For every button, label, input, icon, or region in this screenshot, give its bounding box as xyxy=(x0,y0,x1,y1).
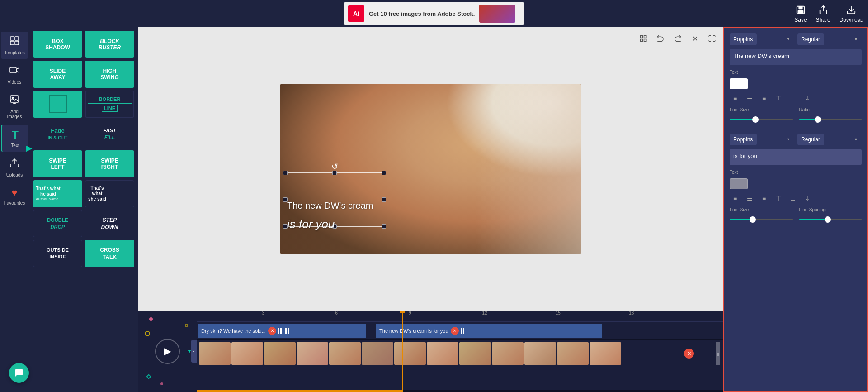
download-label: Download xyxy=(840,17,863,23)
template-swipe-left[interactable]: SWIPELEFT xyxy=(33,150,82,177)
redo-button[interactable] xyxy=(671,32,684,45)
align-row-2: ≡ ☰ ≡ ⊤ ⊥ ↧ xyxy=(730,193,862,204)
video-strip-delete[interactable]: ✕ xyxy=(684,349,694,359)
canvas-video[interactable]: ↺ The new DW's cream is for you xyxy=(280,84,581,254)
font-style-select-1[interactable]: Regular xyxy=(797,33,824,45)
text-input-2[interactable]: is for you xyxy=(730,149,862,165)
adobe-banner-wrapper[interactable]: Ai Get 10 free images from Adobe Stock. xyxy=(344,2,524,25)
deco-dot-pink2 xyxy=(160,382,163,385)
timeline-ruler: 3 6 9 12 15 18 xyxy=(197,311,723,322)
fullscreen-button[interactable] xyxy=(705,32,719,45)
share-button[interactable]: Share xyxy=(816,5,830,23)
template-slide-away[interactable]: SLIDEAWAY xyxy=(33,61,82,88)
template-high-swing[interactable]: HIGHSWING xyxy=(85,61,134,88)
audio-segment-2-delete[interactable]: ✕ xyxy=(451,327,459,335)
undo-button[interactable] xyxy=(654,32,667,45)
font-style-wrapper-2: Regular xyxy=(797,134,862,145)
template-step-down[interactable]: STEP DOWN xyxy=(85,210,134,237)
video-thumb-3 xyxy=(264,342,296,365)
line-spacing-slider[interactable] xyxy=(799,219,862,220)
audio-pause-2[interactable] xyxy=(461,328,464,334)
template-thats-what-he-said[interactable]: That's whathe said Author Name xyxy=(33,180,82,207)
align-center-2[interactable]: ☰ xyxy=(744,193,755,204)
video-strip-end-handle[interactable]: || xyxy=(716,342,720,365)
align-center-1[interactable]: ☰ xyxy=(744,93,755,104)
handle-top-middle[interactable] xyxy=(332,171,337,175)
sidebar-item-add-images[interactable]: Add Images xyxy=(1,91,28,123)
font-style-select-2[interactable]: Regular xyxy=(797,134,824,145)
font-family-select-1[interactable]: Poppins xyxy=(730,33,757,45)
ratio-slider-1[interactable] xyxy=(799,119,862,120)
playhead[interactable] xyxy=(402,311,403,392)
download-button[interactable]: Download xyxy=(840,5,863,23)
sidebar-item-uploads[interactable]: Uploads xyxy=(1,154,28,181)
template-fade-in-out[interactable]: Fade IN & OUT xyxy=(33,120,82,148)
handle-top-right[interactable] xyxy=(382,171,386,175)
handle-bottom-right[interactable] xyxy=(382,224,386,229)
svg-rect-1 xyxy=(798,6,802,9)
canvas-text-line2[interactable]: is for you xyxy=(287,217,335,231)
video-thumb-8 xyxy=(427,342,458,365)
align-top-2[interactable]: ⊤ xyxy=(773,193,784,204)
text-color-2[interactable] xyxy=(730,178,748,189)
ratio-label-1: Ratio xyxy=(799,107,862,112)
add-images-label: Add Images xyxy=(3,109,26,119)
align-bottom-2[interactable]: ↧ xyxy=(802,193,813,204)
adobe-text: Get 10 free images from Adobe Stock. xyxy=(369,10,475,17)
save-icon xyxy=(795,5,806,15)
sidebar-item-favourites[interactable]: ♥ Favourites xyxy=(1,183,28,209)
template-double-drop[interactable]: DOUBLE DROP xyxy=(33,210,82,237)
template-block-buster[interactable]: BLOCKBUSTER xyxy=(85,31,134,58)
sidebar-item-text[interactable]: T Text xyxy=(1,125,28,152)
align-left-2[interactable]: ≡ xyxy=(730,193,741,204)
template-thats-what-she-said[interactable]: That'swhatshe said xyxy=(85,180,134,207)
text-input-1[interactable]: The new DW's cream xyxy=(730,49,862,65)
grid-view-button[interactable] xyxy=(637,32,650,45)
text-label-2: Text xyxy=(730,170,862,175)
add-images-icon xyxy=(9,94,20,107)
template-fast-fill[interactable]: FAST FILL xyxy=(85,120,134,148)
template-swipe-right[interactable]: SWIPERIGHT xyxy=(85,150,134,177)
template-box-shadow[interactable]: BOXSHADOW xyxy=(33,31,82,58)
favourites-icon: ♥ xyxy=(11,187,17,199)
audio-segment-2[interactable]: The new DW's cream is for you ✕ xyxy=(376,324,602,338)
sidebar-item-videos[interactable]: Videos xyxy=(1,61,28,88)
text-color-1[interactable] xyxy=(730,78,748,89)
template-solid-color[interactable] xyxy=(33,91,82,118)
handle-middle-right[interactable] xyxy=(382,197,386,202)
audio-segment-1-label: Dry skin? We have the solu... xyxy=(201,328,266,334)
timeline-collapse-handle[interactable]: ‹ xyxy=(191,340,197,363)
font-size-slider-2[interactable] xyxy=(730,219,793,220)
font-style-wrapper-1: Regular xyxy=(797,33,862,45)
chat-bubble[interactable] xyxy=(9,363,29,383)
align-bottom-1[interactable]: ↧ xyxy=(802,93,813,104)
template-cross-talk[interactable]: CROSS TALK xyxy=(85,240,134,267)
video-thumb-4 xyxy=(297,342,328,365)
audio-pause-1[interactable] xyxy=(278,328,282,334)
font-family-select-2[interactable]: Poppins xyxy=(730,134,757,145)
canvas-text-line1[interactable]: The new DW's cream xyxy=(287,201,373,211)
save-button[interactable]: Save xyxy=(794,5,807,23)
audio-segment-1-delete[interactable]: ✕ xyxy=(268,327,276,335)
align-right-2[interactable]: ≡ xyxy=(759,193,769,204)
align-right-1[interactable]: ≡ xyxy=(759,93,769,104)
template-border-line[interactable]: BORDER LINE xyxy=(85,91,134,118)
ruler-mark-3: 3 xyxy=(262,311,264,316)
align-middle-2[interactable]: ⊥ xyxy=(788,193,798,204)
handle-top-left[interactable] xyxy=(283,171,288,175)
play-button[interactable]: ▶ xyxy=(155,339,180,364)
align-top-1[interactable]: ⊤ xyxy=(773,93,784,104)
align-left-1[interactable]: ≡ xyxy=(730,93,741,104)
ruler-mark-18: 18 xyxy=(629,311,634,316)
font-size-slider-1[interactable] xyxy=(730,119,793,120)
adobe-banner[interactable]: Ai Get 10 free images from Adobe Stock. xyxy=(344,2,524,25)
close-canvas-button[interactable]: ✕ xyxy=(688,32,702,45)
video-thumb-12 xyxy=(557,342,589,365)
font-row-2: Poppins Regular xyxy=(730,134,862,145)
rotate-handle[interactable]: ↺ xyxy=(331,162,338,172)
sidebar-item-templates[interactable]: Templates xyxy=(1,32,28,59)
audio-segment-1[interactable]: Dry skin? We have the solu... ✕ xyxy=(198,324,366,338)
align-middle-1[interactable]: ⊥ xyxy=(788,93,798,104)
right-panel-collapse[interactable]: › xyxy=(723,196,724,223)
template-outside-inside[interactable]: OUTSIDE INSIDE xyxy=(33,240,82,267)
